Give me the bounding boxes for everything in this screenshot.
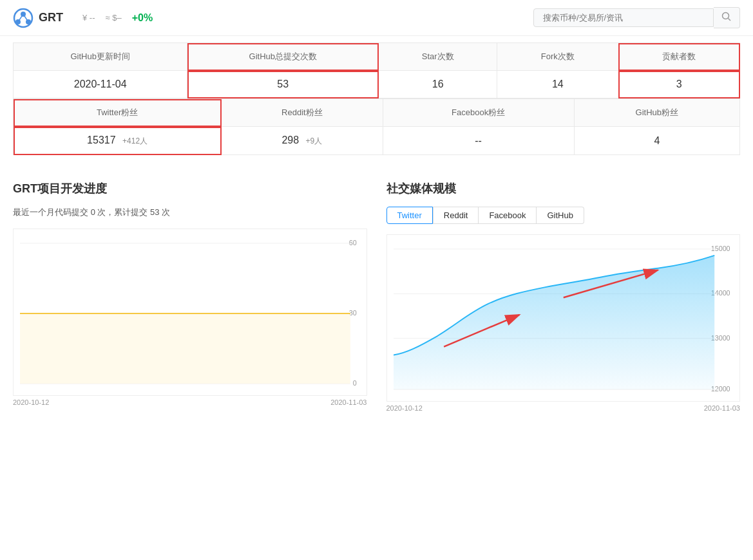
svg-text:15000: 15000 — [710, 245, 730, 252]
right-chart-section: 社交媒体规模 Twitter Reddit Facebook GitHub 15… — [386, 181, 741, 412]
tab-github[interactable]: GitHub — [537, 207, 584, 224]
val-github-fans: 4 — [574, 127, 739, 155]
right-chart-date-end: 2020-11-03 — [704, 404, 740, 412]
val-reddit-fans: 298 +9人 — [222, 127, 383, 155]
github-data-row: 2020-11-04 53 16 14 3 — [14, 71, 740, 98]
left-chart-date-start: 2020-10-12 — [13, 398, 49, 406]
col-github-fans: GitHub粉丝 — [574, 99, 739, 127]
search-box — [533, 7, 740, 28]
left-chart-date-end: 2020-11-03 — [330, 398, 367, 406]
right-chart-title: 社交媒体规模 — [386, 181, 741, 196]
left-chart-wrapper: 60 30 0 — [13, 229, 367, 396]
svg-text:0: 0 — [353, 379, 357, 387]
svg-line-4 — [18, 14, 23, 22]
stat-jpy: ¥ -- — [82, 13, 95, 23]
right-chart-dates: 2020-10-12 2020-11-03 — [386, 402, 741, 412]
search-input[interactable] — [533, 8, 714, 27]
col-github-commits: GitHub总提交次数 — [187, 43, 379, 71]
github-header-row: GitHub更新时间 GitHub总提交次数 Star次数 Fork次数 贡献者… — [14, 43, 740, 71]
social-header-row: Twitter粉丝 Reddit粉丝 Facebook粉丝 GitHub粉丝 — [14, 99, 740, 127]
right-chart-date-start: 2020-10-12 — [386, 404, 423, 412]
left-chart-dates: 2020-10-12 2020-11-03 — [13, 396, 367, 406]
stats-section: GitHub更新时间 GitHub总提交次数 Star次数 Fork次数 贡献者… — [0, 42, 753, 155]
svg-line-5 — [23, 14, 28, 22]
search-button[interactable] — [714, 7, 740, 28]
right-chart-svg: 15000 14000 13000 12000 — [394, 241, 734, 395]
val-twitter-fans: 15317 +412人 — [14, 127, 222, 155]
left-chart-subtitle: 最近一个月代码提交 0 次，累计提交 53 次 — [13, 207, 367, 218]
tab-facebook[interactable]: Facebook — [479, 207, 537, 224]
val-contributors: 3 — [618, 71, 739, 98]
header: GRT ¥ -- ≈ $– +0% — [0, 0, 753, 36]
tab-twitter[interactable]: Twitter — [386, 207, 433, 224]
val-github-commits: 53 — [187, 71, 379, 98]
charts-container: GRT项目开发进度 最近一个月代码提交 0 次，累计提交 53 次 60 30 … — [0, 168, 753, 412]
col-stars: Star次数 — [379, 43, 497, 71]
stat-change: +0% — [132, 12, 153, 24]
col-contributors: 贡献者数 — [618, 43, 739, 71]
svg-text:60: 60 — [349, 239, 357, 247]
svg-rect-14 — [20, 313, 350, 384]
github-stats-table: GitHub更新时间 GitHub总提交次数 Star次数 Fork次数 贡献者… — [13, 42, 740, 98]
twitter-increment: +412人 — [122, 136, 148, 145]
svg-point-6 — [723, 13, 729, 19]
chart-area — [394, 256, 714, 389]
header-stats: ¥ -- ≈ $– +0% — [82, 12, 533, 24]
logo-text: GRT — [39, 11, 63, 24]
stat-usd: ≈ $– — [106, 13, 122, 23]
right-chart-wrapper: 15000 14000 13000 12000 — [386, 234, 741, 402]
tab-reddit[interactable]: Reddit — [433, 207, 479, 224]
left-chart-section: GRT项目开发进度 最近一个月代码提交 0 次，累计提交 53 次 60 30 … — [13, 181, 367, 412]
logo: GRT — [13, 8, 63, 28]
svg-line-7 — [729, 19, 731, 21]
val-github-update: 2020-11-04 — [14, 71, 187, 98]
col-twitter-fans: Twitter粉丝 — [14, 99, 222, 127]
left-chart-svg: 60 30 0 — [20, 236, 360, 389]
search-icon — [721, 12, 732, 22]
val-forks: 14 — [497, 71, 618, 98]
val-stars: 16 — [379, 71, 497, 98]
logo-icon — [13, 8, 33, 28]
social-tabs: Twitter Reddit Facebook GitHub — [386, 207, 741, 224]
left-chart-title: GRT项目开发进度 — [13, 181, 367, 196]
col-facebook-fans: Facebook粉丝 — [383, 99, 574, 127]
col-forks: Fork次数 — [497, 43, 618, 71]
social-data-row: 15317 +412人 298 +9人 -- 4 — [14, 127, 740, 155]
col-reddit-fans: Reddit粉丝 — [222, 99, 383, 127]
val-facebook-fans: -- — [383, 127, 574, 155]
col-github-update: GitHub更新时间 — [14, 43, 187, 71]
social-stats-table: Twitter粉丝 Reddit粉丝 Facebook粉丝 GitHub粉丝 1… — [13, 98, 740, 155]
reddit-increment: +9人 — [306, 136, 323, 145]
